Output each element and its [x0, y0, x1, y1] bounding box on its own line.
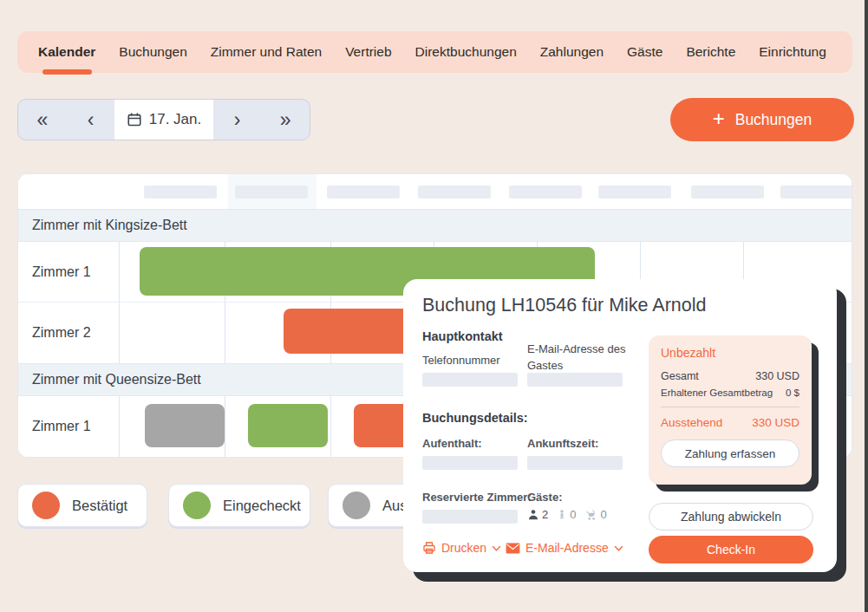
checked-out-color-dot [343, 492, 370, 519]
prev-day-button[interactable]: ‹ [67, 100, 115, 140]
tab-zimmer-und-raten[interactable]: Zimmer und Raten [211, 44, 322, 60]
guest-counts: 2 0 0 [527, 508, 607, 521]
child-guests: 0 [557, 508, 576, 521]
stroller-icon [584, 509, 597, 521]
email-dropdown[interactable]: E-Mail-Adresse [506, 541, 623, 555]
legend-label: Bestätigt [72, 498, 127, 514]
booking-bar-checked-in[interactable] [248, 404, 328, 447]
room-group-kingsize: Zimmer mit Kingsize-Bett [18, 209, 852, 242]
total-value: 330 USD [755, 370, 799, 382]
envelope-icon [506, 543, 520, 554]
tab-berichte[interactable]: Berichte [686, 44, 735, 60]
booking-bar-checked-out[interactable] [145, 404, 225, 447]
total-row: Gesamt 330 USD [661, 370, 799, 382]
reserved-rooms-label: Reservierte Zimmer: [422, 491, 532, 504]
adult-guests: 2 [527, 508, 548, 521]
divider [661, 407, 799, 407]
tab-einrichtung[interactable]: Einrichtung [759, 44, 826, 60]
tab-zahlungen[interactable]: Zahlungen [540, 44, 604, 60]
print-dropdown[interactable]: Drucken [422, 541, 501, 555]
checked-in-color-dot [183, 492, 211, 519]
legend-item-confirmed: Bestätigt [17, 484, 147, 527]
date-placeholder [691, 186, 764, 199]
phone-label: Telefonnummer [422, 354, 500, 367]
calendar-icon [127, 112, 142, 127]
legend-item-checked-in: Eingecheckt [168, 484, 310, 527]
active-tab-underline [42, 69, 92, 75]
tab-label: Kalender [38, 44, 95, 59]
date-picker[interactable]: 17. Jan. [114, 100, 212, 140]
stay-label: Aufenthalt: [422, 437, 482, 450]
outstanding-label: Ausstehend [661, 416, 722, 429]
app-window: Kalender Buchungen Zimmer und Raten Vert… [0, 0, 868, 612]
tab-buchungen[interactable]: Buchungen [119, 44, 186, 60]
adult-count: 2 [542, 508, 548, 521]
email-dropdown-label: E-Mail-Adresse [525, 541, 609, 555]
chevron-down-icon [614, 545, 623, 551]
tab-direktbuchungen[interactable]: Direktbuchungen [415, 44, 517, 60]
arrival-value-placeholder [527, 456, 623, 470]
confirmed-color-dot [32, 492, 60, 519]
date-placeholder [235, 186, 308, 199]
child-icon [557, 509, 567, 520]
room-label: Zimmer 1 [32, 264, 91, 280]
payment-summary-card: Unbezahlt Gesamt 330 USD Erhaltener Gesa… [649, 335, 812, 485]
tab-vertrieb[interactable]: Vertrieb [345, 44, 391, 60]
jump-first-button[interactable]: « [18, 100, 67, 140]
date-placeholder [144, 186, 217, 199]
check-in-button[interactable]: Check-In [649, 536, 813, 563]
add-booking-label: Buchungen [735, 111, 813, 129]
date-navigation: « ‹ 17. Jan. › » [17, 99, 310, 140]
date-label: 17. Jan. [149, 111, 202, 128]
total-label: Gesamt [661, 370, 699, 382]
arrival-time-label: Ankunftszeit: [527, 437, 598, 450]
infant-guests: 0 [584, 508, 606, 521]
rooms-value-placeholder [422, 510, 518, 524]
email-value-placeholder [527, 373, 623, 387]
room-label: Zimmer 2 [32, 325, 91, 341]
modal-title: Buchung LH10546 für Mike Arnold [422, 295, 707, 316]
chevron-down-icon [492, 545, 501, 551]
received-value: 0 $ [786, 387, 799, 398]
booking-details-modal: Buchung LH10546 für Mike Arnold Hauptkon… [403, 279, 837, 572]
record-payment-button[interactable]: Zahlung erfassen [661, 439, 799, 467]
screen-edge-strip [865, 0, 868, 612]
printer-icon [422, 541, 436, 555]
email-label: E-Mail-Adresse des Gastes [527, 342, 627, 374]
grid-date-header [18, 174, 852, 209]
date-placeholder [598, 186, 671, 199]
payment-status-badge: Unbezahlt [661, 346, 799, 360]
tab-kalender[interactable]: Kalender [38, 44, 95, 60]
guests-label: Gäste: [527, 491, 562, 504]
outstanding-value: 330 USD [752, 416, 799, 429]
next-day-button[interactable]: › [213, 100, 262, 140]
received-label: Erhaltener Gesamtbetrag [661, 387, 773, 398]
tab-gaeste[interactable]: Gäste [627, 44, 662, 60]
main-contact-heading: Hauptkontakt [422, 329, 503, 343]
booking-details-heading: Buchungsdetails: [422, 411, 528, 425]
date-placeholder [780, 186, 852, 199]
legend-label: Eingecheckt [223, 498, 301, 514]
jump-last-button[interactable]: » [261, 100, 310, 140]
process-payment-button[interactable]: Zahlung abwickeln [649, 503, 813, 531]
phone-value-placeholder [422, 373, 518, 387]
date-placeholder [327, 186, 400, 199]
infant-count: 0 [600, 508, 606, 521]
stay-value-placeholder [422, 456, 518, 470]
received-row: Erhaltener Gesamtbetrag 0 $ [661, 387, 799, 398]
plus-icon: + [713, 108, 725, 129]
room-label: Zimmer 1 [32, 419, 91, 434]
adult-icon [527, 509, 539, 521]
child-count: 0 [570, 508, 576, 521]
date-placeholder [509, 186, 582, 199]
add-booking-button[interactable]: + Buchungen [670, 98, 854, 141]
date-placeholder [418, 186, 491, 199]
outstanding-row: Ausstehend 330 USD [661, 416, 799, 429]
top-navigation: Kalender Buchungen Zimmer und Raten Vert… [17, 31, 852, 73]
print-label: Drucken [441, 541, 486, 555]
